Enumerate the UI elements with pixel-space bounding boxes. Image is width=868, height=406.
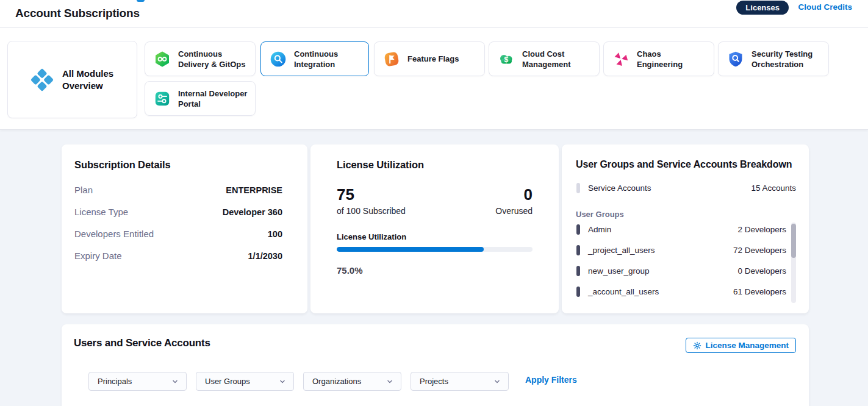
user-groups-dropdown[interactable]: User Groups <box>196 372 294 391</box>
chevron-down-icon <box>493 378 501 385</box>
utilization-percent: 75.0% <box>337 265 363 276</box>
cd-gitops-icon <box>154 51 171 68</box>
license-utilization-title: License Utilization <box>337 159 424 171</box>
user-group-row: new_user_group 0 Developers <box>576 266 786 276</box>
licenses-tab[interactable]: Licenses <box>736 1 789 15</box>
module-tile-label: Continuous Integration <box>294 49 362 69</box>
page-header: Account Subscriptions Licenses Cloud Cre… <box>0 0 868 28</box>
module-tile-continuous-delivery[interactable]: Continuous Delivery & GitOps <box>145 41 256 76</box>
used-caption: of 100 Subscribed <box>337 206 406 216</box>
module-tile-label: Chaos Engineering <box>637 49 708 69</box>
user-group-bullet-icon <box>576 224 580 235</box>
overused-stat: 0 Overused <box>495 186 533 216</box>
module-tile-feature-flags[interactable]: Feature Flags <box>374 41 485 76</box>
principals-dropdown[interactable]: Principals <box>88 372 187 391</box>
module-tile-label: Cloud Cost Management <box>522 49 593 69</box>
internal-developer-portal-icon <box>154 90 171 107</box>
license-management-button[interactable]: License Management <box>686 338 796 353</box>
module-tile-cloud-cost[interactable]: $ Cloud Cost Management <box>489 41 600 76</box>
module-tile-label: Continuous Delivery & GitOps <box>178 49 249 69</box>
page-title: Account Subscriptions <box>15 7 140 20</box>
module-tile-continuous-integration[interactable]: Continuous Integration <box>260 41 369 76</box>
detail-row-plan: Plan ENTERPRISE <box>74 185 282 195</box>
all-modules-overview-label: All Modules Overview <box>62 68 116 92</box>
service-accounts-bullet-icon <box>576 183 580 193</box>
service-accounts-label: Service Accounts <box>588 183 651 193</box>
module-tile-security-testing[interactable]: Security Testing Orchestration <box>718 41 829 76</box>
module-tile-label: Internal Developer Portal <box>178 88 249 109</box>
module-tile-internal-developer-portal[interactable]: Internal Developer Portal <box>145 81 256 116</box>
user-group-bullet-icon <box>576 266 580 276</box>
detail-row-developers-entitled: Developers Entitled 100 <box>74 229 282 239</box>
overused-count: 0 <box>495 186 533 203</box>
user-groups-heading: User Groups <box>576 210 624 219</box>
license-utilization-card: License Utilization 75 of 100 Subscribed… <box>310 144 559 313</box>
service-accounts-value: 15 Accounts <box>751 183 796 193</box>
cloud-cost-icon: $ <box>498 51 515 68</box>
user-group-bullet-icon <box>576 245 580 255</box>
projects-dropdown[interactable]: Projects <box>411 372 509 391</box>
utilization-bar-label: License Utilization <box>337 232 406 241</box>
detail-row-license-type: License Type Developer 360 <box>74 207 282 217</box>
module-selector-band: All Modules Overview Continuous Delivery… <box>0 27 868 130</box>
scrollbar-thumb[interactable] <box>791 224 796 258</box>
users-section-title: Users and Service Accounts <box>74 337 210 349</box>
user-group-bullet-icon <box>576 287 580 297</box>
license-management-label: License Management <box>705 341 789 350</box>
chevron-down-icon <box>279 378 286 385</box>
utilization-bar-track <box>337 247 533 252</box>
user-group-row: Admin 2 Developers <box>576 224 786 235</box>
ci-icon <box>270 51 287 68</box>
module-tile-chaos-engineering[interactable]: Chaos Engineering <box>603 41 714 76</box>
cloud-credits-tab[interactable]: Cloud Credits <box>798 2 852 12</box>
utilization-bar-fill <box>337 247 484 252</box>
organizations-dropdown[interactable]: Organizations <box>303 372 401 391</box>
security-testing-icon <box>727 51 744 68</box>
all-modules-overview-card[interactable]: All Modules Overview <box>7 41 137 118</box>
breakdown-card: User Groups and Service Accounts Breakdo… <box>562 144 809 313</box>
subscription-details-card: Subscription Details Plan ENTERPRISE Lic… <box>62 144 307 313</box>
feature-flags-icon <box>383 51 400 68</box>
chaos-engineering-icon <box>612 51 629 68</box>
subscription-details-title: Subscription Details <box>74 159 171 171</box>
all-modules-icon <box>29 66 56 93</box>
user-groups-scrollbar <box>791 223 796 303</box>
svg-text:$: $ <box>504 55 509 64</box>
users-service-accounts-card: Users and Service Accounts License Manag… <box>62 324 809 406</box>
breakdown-title: User Groups and Service Accounts Breakdo… <box>576 159 792 170</box>
service-accounts-row: Service Accounts 15 Accounts <box>576 183 796 193</box>
gear-icon <box>693 341 701 350</box>
chevron-down-icon <box>171 378 179 385</box>
apply-filters-link[interactable]: Apply Filters <box>525 375 577 385</box>
used-count: 75 <box>337 186 406 203</box>
chevron-down-icon <box>386 378 393 385</box>
truncated-nav-icon <box>137 0 145 2</box>
overused-caption: Overused <box>495 206 533 216</box>
module-tile-label: Feature Flags <box>407 54 459 64</box>
module-tile-label: Security Testing Orchestration <box>751 49 822 69</box>
user-group-row: _project_all_users 72 Developers <box>576 245 786 255</box>
utilization-stats: 75 of 100 Subscribed 0 Overused <box>337 186 533 216</box>
detail-row-expiry-date: Expiry Date 1/1/2030 <box>74 251 282 261</box>
used-stat: 75 of 100 Subscribed <box>337 186 406 216</box>
user-group-row: _account_all_users 61 Developers <box>576 287 786 297</box>
